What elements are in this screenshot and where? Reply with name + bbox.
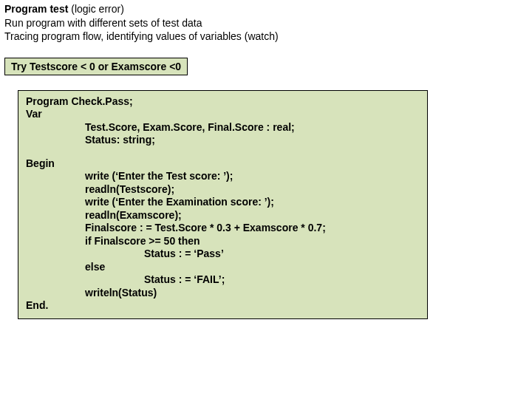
code-line: write (‘Enter the Examination score: ’); (85, 196, 420, 209)
blank-line (26, 147, 420, 157)
code-line: Finalscore : = Test.Score * 0.3 + Examsc… (85, 222, 420, 235)
code-line: writeln(Status) (85, 287, 420, 300)
code-line: Program Check.Pass; (26, 95, 420, 109)
code-line: End. (26, 299, 420, 313)
code-line: Status : = ‘Pass’ (144, 248, 420, 261)
code-line: Begin (26, 157, 420, 171)
code-box: Program Check.Pass; Var Test.Score, Exam… (18, 90, 428, 319)
hint-box: Try Testscore < 0 or Examscore <0 (4, 58, 188, 75)
code-line: Var (26, 108, 420, 121)
code-line: write (‘Enter the Test score: ’); (85, 170, 420, 183)
header-line-3: Tracing program flow, identifying values… (4, 30, 528, 44)
header-line-1: Program test (logic error) (4, 3, 528, 16)
code-line: Test.Score, Exam.Score, Final.Score : re… (85, 121, 420, 134)
code-line: Status : = ‘FAIL’; (144, 273, 420, 287)
code-line: if Finalscore >= 50 then (85, 235, 420, 248)
code-line: else (85, 261, 420, 274)
code-line: readln(Testscore); (85, 183, 420, 197)
code-line: Status: string; (85, 134, 420, 147)
code-line: readln(Examscore); (85, 209, 420, 222)
title-bold: Program test (4, 3, 71, 15)
title-rest: (logic error) (71, 3, 124, 15)
header-line-2: Run program with different sets of test … (4, 17, 528, 30)
